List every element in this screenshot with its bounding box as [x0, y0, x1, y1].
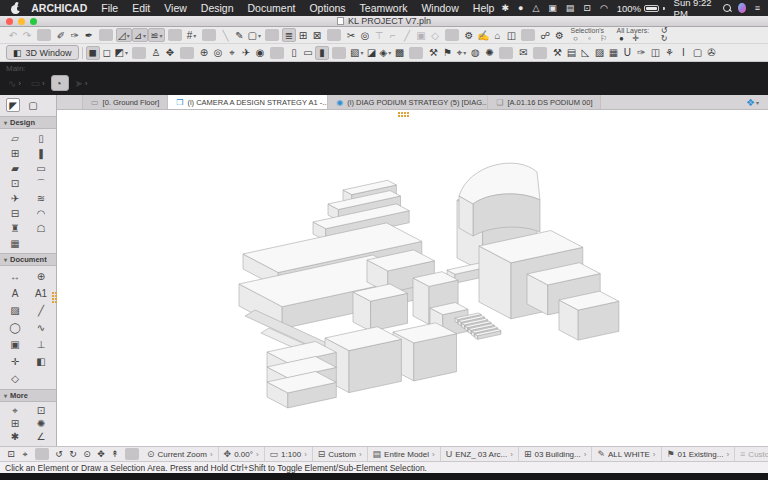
open-view-icon[interactable]: ▭: [301, 46, 315, 60]
resize-icon[interactable]: ▣: [414, 28, 428, 42]
menu-options[interactable]: Options: [302, 2, 352, 14]
toolbar-drag-handle[interactable]: [398, 112, 400, 114]
element-settings-icon[interactable]: ⚙: [462, 28, 476, 42]
show-selection-icon[interactable]: ○: [570, 35, 580, 43]
lock-layers-icon[interactable]: ✛: [630, 35, 640, 43]
hatch-icon[interactable]: ▦: [606, 46, 620, 60]
polyline-tool-icon[interactable]: ∿: [34, 319, 48, 336]
toolbox-section-document[interactable]: ▾ Document: [0, 253, 56, 266]
toolbox-section-more[interactable]: ▾ More: [0, 389, 56, 402]
circle-tool-icon[interactable]: ◯: [8, 319, 22, 336]
tab-ground-floor[interactable]: ▭ [0. Ground Floor]: [83, 95, 168, 109]
camera-path-icon[interactable]: ⌖: [225, 46, 239, 60]
filter-elements-icon[interactable]: ◈: [378, 46, 392, 60]
quick-orientation[interactable]: ✥ 0.00° ›: [219, 447, 265, 461]
pan-tool-icon[interactable]: ✥: [94, 447, 108, 461]
look-to-icon[interactable]: ◎: [211, 46, 225, 60]
painter-icon[interactable]: ✑: [634, 46, 648, 60]
stair-tool-icon[interactable]: ≋: [34, 191, 48, 206]
3d-window-button[interactable]: ◧ 3D Window: [6, 45, 79, 60]
fill-tool-icon[interactable]: ▨: [8, 302, 22, 319]
marquee-3d-icon[interactable]: ▧: [349, 46, 364, 60]
beam-tool-icon[interactable]: ▰: [8, 161, 22, 176]
tripod-view-icon[interactable]: ⌖: [18, 447, 32, 461]
battery-indicator[interactable]: 100%: [617, 3, 665, 14]
solid-view-icon[interactable]: ◼: [86, 46, 100, 60]
zone-3d-icon[interactable]: ◫: [648, 46, 662, 60]
tab-overview-button[interactable]: ❖: [745, 95, 760, 109]
patch-tool-icon[interactable]: ✱: [8, 430, 22, 443]
menu-teamwork[interactable]: Teamwork: [353, 2, 415, 14]
undo-icon[interactable]: ↶: [6, 28, 20, 42]
styles-3d-icon[interactable]: ▩: [392, 46, 406, 60]
figure-tool-icon[interactable]: ▣: [8, 336, 22, 353]
lamp-tool-icon[interactable]: ☖: [34, 221, 48, 236]
frame-tool-icon[interactable]: ▢: [247, 28, 262, 42]
menu-file[interactable]: File: [94, 2, 125, 14]
slant-grid-icon[interactable]: ╲: [219, 28, 233, 42]
3d-viewport[interactable]: [57, 110, 768, 446]
walk-mode-icon[interactable]: ♙: [149, 46, 163, 60]
fit-in-window-icon[interactable]: ⊡: [4, 447, 18, 461]
quick-profile[interactable]: ≡ Custom ›: [735, 447, 768, 461]
guide-lines-icon[interactable]: ◿: [116, 28, 132, 42]
eye-level-icon[interactable]: ◉: [253, 46, 267, 60]
tag-icon[interactable]: ✇: [704, 46, 718, 60]
spotlight-search-icon[interactable]: [723, 4, 729, 12]
skylight-tool-icon[interactable]: ◠: [34, 206, 48, 221]
inject-parameters-icon[interactable]: ✒: [82, 28, 96, 42]
main-marquee-button[interactable]: ▭ ›: [27, 75, 49, 91]
arrow-tool-icon[interactable]: ◤: [6, 98, 20, 112]
clean-model-icon[interactable]: ⚒: [426, 46, 440, 60]
plant-icon[interactable]: ⚘: [662, 46, 676, 60]
text-tool-icon[interactable]: A: [8, 285, 22, 302]
library-icon[interactable]: ◫: [504, 28, 518, 42]
camera-tool-icon[interactable]: ⌖: [8, 404, 22, 417]
axonometry-icon[interactable]: ◩: [114, 46, 129, 60]
airplay-icon[interactable]: ⊡: [583, 4, 591, 13]
warning-icon[interactable]: △: [532, 4, 539, 13]
quick-pen-set[interactable]: ⊟ Custom ›: [313, 447, 368, 461]
cogs-3d-icon[interactable]: ⚙: [552, 28, 566, 42]
display-mode-icon[interactable]: ▢: [690, 46, 704, 60]
light-tool-icon[interactable]: ✺: [34, 417, 48, 430]
snap-points-icon[interactable]: ≌: [148, 28, 164, 42]
orbit-icon[interactable]: ⊕: [197, 46, 211, 60]
tab-diag-podium-strategy[interactable]: ◉ (i) DIAG PODIUM STRATEGY (5) [DIAG...: [328, 95, 488, 109]
wireframe-view-icon[interactable]: ◻: [100, 46, 114, 60]
sync-icon[interactable]: ✱: [501, 4, 509, 13]
explore-model-icon[interactable]: ✥: [163, 46, 177, 60]
drawing-tool-icon[interactable]: ◧: [34, 353, 48, 370]
marquee-view-icon[interactable]: ⊠: [310, 28, 324, 42]
adjust-icon[interactable]: ⊤: [372, 28, 386, 42]
menu-edit[interactable]: Edit: [125, 2, 157, 14]
menu-design[interactable]: Design: [194, 2, 241, 14]
door-tool-icon[interactable]: ▯: [34, 131, 48, 146]
paint-model-icon[interactable]: ⚑: [440, 46, 454, 60]
quick-scale[interactable]: ▭ 1:100 ›: [265, 447, 313, 461]
menu-window[interactable]: Window: [414, 2, 465, 14]
photo-camera-icon[interactable]: ⌖: [454, 46, 468, 60]
markup-icon[interactable]: ✉: [516, 46, 530, 60]
keyboard-icon[interactable]: ▤: [566, 4, 575, 13]
menu-document[interactable]: Document: [241, 2, 303, 14]
surface-painter-icon[interactable]: ✍: [476, 28, 490, 42]
grid-table-icon[interactable]: ⊞: [296, 28, 310, 42]
quick-structure[interactable]: U ENZ_ 03 Arc... ›: [441, 447, 519, 461]
material-icon[interactable]: ▨: [592, 46, 606, 60]
grid-element-tool-icon[interactable]: ⊞: [8, 417, 22, 430]
previous-view-icon[interactable]: ↺: [52, 447, 66, 461]
display-icon[interactable]: ▣: [548, 4, 557, 13]
circular-dimension-tool-icon[interactable]: ⊕: [34, 268, 48, 285]
zoom-tool-icon[interactable]: ⊙: [80, 447, 94, 461]
spot-level-tool-icon[interactable]: ⊥: [34, 336, 48, 353]
zoom-select-icon[interactable]: ◎: [358, 28, 372, 42]
column-tool-icon[interactable]: ❚: [34, 146, 48, 161]
wall-tool-icon[interactable]: ▱: [8, 131, 22, 146]
tab-camera-a-design-strategy[interactable]: ❒ (i) CAMERA A DESIGN STRATEGY A1 -...: [168, 95, 328, 109]
fillet-icon[interactable]: ╱: [400, 28, 414, 42]
apple-menu-icon[interactable]: [10, 3, 20, 14]
curtain-wall-tool-icon[interactable]: ⊟: [8, 206, 22, 221]
quick-renovation-filter[interactable]: ⚑ 01 Existing... ›: [662, 447, 736, 461]
lock-selection-icon[interactable]: ◦: [584, 35, 594, 43]
